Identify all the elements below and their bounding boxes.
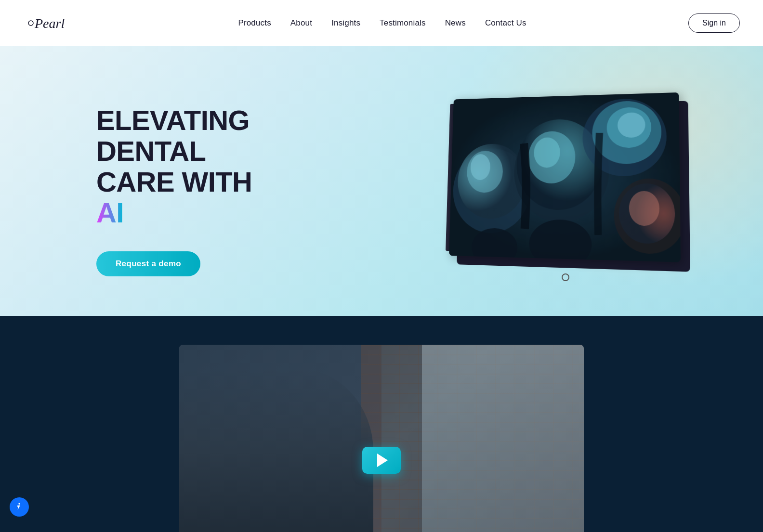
svg-rect-20	[449, 92, 681, 262]
indicator-dot	[562, 273, 569, 281]
video-container	[179, 345, 584, 532]
video-thumbnail	[179, 345, 584, 532]
hero-title-ai: AI	[96, 197, 124, 228]
play-button-wrapper	[362, 447, 401, 474]
accessibility-button[interactable]	[10, 497, 29, 517]
nav-about[interactable]: About	[290, 18, 312, 28]
main-nav: Products About Insights Testimonials New…	[238, 18, 526, 28]
svg-point-0	[28, 21, 33, 26]
header: Pearl Products About Insights Testimonia…	[0, 0, 763, 46]
accessibility-icon	[14, 502, 24, 512]
hero-title-line2: CARE WITH	[96, 166, 252, 197]
pearl-logo: Pearl	[23, 9, 66, 38]
video-window-light	[422, 345, 584, 532]
xray-card-front	[449, 92, 681, 262]
hero-image-area	[445, 94, 686, 268]
sign-in-button[interactable]: Sign in	[688, 13, 740, 33]
svg-text:Pearl: Pearl	[34, 16, 65, 31]
hero-section: ELEVATING DENTAL CARE WITH AI Request a …	[0, 46, 763, 316]
logo-area: Pearl	[23, 9, 66, 38]
nav-insights[interactable]: Insights	[331, 18, 360, 28]
svg-point-21	[18, 503, 20, 505]
nav-testimonials[interactable]: Testimonials	[380, 18, 426, 28]
video-person-shadow	[179, 368, 373, 532]
hero-title-line1: ELEVATING DENTAL	[96, 104, 250, 167]
request-demo-button[interactable]: Request a demo	[96, 251, 200, 276]
xray-image	[449, 92, 681, 262]
xray-card	[448, 92, 691, 273]
hero-title: ELEVATING DENTAL CARE WITH AI	[96, 105, 279, 228]
nav-products[interactable]: Products	[238, 18, 271, 28]
nav-contact[interactable]: Contact Us	[485, 18, 526, 28]
hero-content: ELEVATING DENTAL CARE WITH AI Request a …	[0, 86, 279, 276]
play-icon	[377, 454, 388, 467]
nav-news[interactable]: News	[445, 18, 466, 28]
video-section	[0, 316, 763, 532]
play-button[interactable]	[362, 447, 401, 474]
